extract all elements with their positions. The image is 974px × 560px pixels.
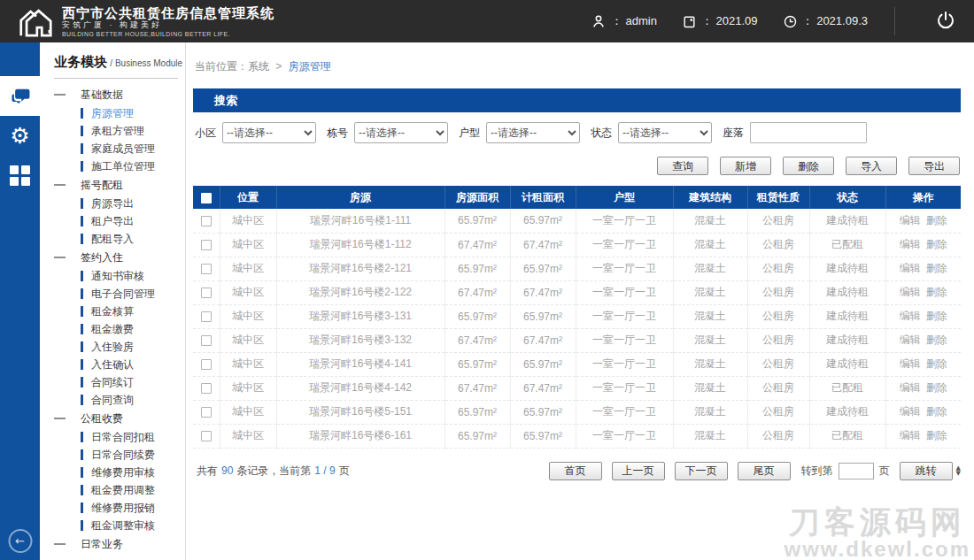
- edit-link[interactable]: 编辑: [900, 214, 921, 226]
- delete-link[interactable]: 删除: [926, 334, 947, 346]
- page-spinner[interactable]: ▲ ▼: [956, 465, 961, 476]
- collapse-sidebar-button[interactable]: ←: [8, 529, 32, 553]
- collapse-dash-icon: [54, 418, 66, 419]
- breadcrumb-current-link[interactable]: 房源管理: [289, 60, 331, 73]
- edit-link[interactable]: 编辑: [900, 381, 921, 394]
- sidebar-item[interactable]: 合同查询: [81, 391, 185, 409]
- delete-link[interactable]: 删除: [926, 286, 947, 298]
- filter-select-building-no[interactable]: --请选择--: [354, 122, 448, 143]
- sidebar-item[interactable]: 租金核算: [81, 303, 185, 320]
- edit-link[interactable]: 编辑: [900, 405, 921, 418]
- edit-link[interactable]: 编辑: [900, 310, 921, 322]
- delete-link[interactable]: 删除: [926, 429, 947, 441]
- rail-item-apps[interactable]: [0, 156, 40, 196]
- filter-select-community[interactable]: --请选择--: [222, 122, 316, 143]
- header-info-text: ： 2021.09: [701, 13, 758, 29]
- delete-link[interactable]: 删除: [926, 238, 947, 250]
- row-checkbox[interactable]: [201, 335, 212, 346]
- menu-section[interactable]: 公租收费: [54, 409, 185, 428]
- filter-input-address[interactable]: [750, 122, 867, 143]
- delete-link[interactable]: 删除: [926, 262, 947, 274]
- sidebar-item[interactable]: 租户导出: [81, 212, 185, 230]
- delete-link[interactable]: 删除: [926, 381, 947, 394]
- next-page-button[interactable]: 下一页: [675, 462, 728, 480]
- column-header: 状态: [809, 186, 885, 209]
- column-header: 操作: [885, 186, 961, 209]
- sidebar-item[interactable]: 家庭成员管理: [81, 140, 185, 157]
- sidebar-item[interactable]: 施工单位管理: [81, 157, 185, 175]
- row-checkbox[interactable]: [201, 288, 212, 298]
- watermark-line2: www.dkewl.com: [785, 538, 971, 560]
- row-checkbox[interactable]: [201, 264, 212, 274]
- filter-select-house-type[interactable]: --请选择--: [486, 122, 580, 143]
- row-checkbox[interactable]: [201, 216, 212, 226]
- table-cell: 瑞景河畔16号楼4-142: [276, 376, 444, 400]
- sidebar-item[interactable]: 房源管理: [81, 104, 185, 122]
- menu-section[interactable]: 日常业务: [54, 534, 185, 554]
- select-all-checkbox[interactable]: [201, 193, 212, 203]
- edit-link[interactable]: 编辑: [900, 262, 921, 274]
- sidebar-item[interactable]: 日常合同扣租: [81, 428, 185, 446]
- delete-link[interactable]: 删除: [926, 357, 947, 370]
- sidebar-item[interactable]: 电子合同管理: [81, 285, 185, 303]
- rail-item-gear[interactable]: ⚙: [0, 116, 40, 156]
- last-page-button[interactable]: 尾页: [738, 462, 791, 480]
- menu-section[interactable]: 摇号配租: [54, 175, 185, 195]
- edit-link[interactable]: 编辑: [900, 429, 921, 441]
- edit-link[interactable]: 编辑: [900, 357, 921, 370]
- sidebar-item[interactable]: 合同续订: [81, 373, 185, 391]
- sidebar-item[interactable]: 维修费用报销: [81, 499, 185, 517]
- jump-button[interactable]: 跳转: [900, 462, 953, 480]
- menu-section-label-text: 基础数据: [81, 88, 123, 103]
- goto-page-input[interactable]: [839, 463, 874, 479]
- sidebar-item[interactable]: 房源导出: [81, 195, 185, 212]
- item-bar-icon: [81, 467, 83, 478]
- menu-section[interactable]: 签约入住: [54, 248, 185, 267]
- prev-page-button[interactable]: 上一页: [612, 462, 665, 480]
- spinner-down-icon[interactable]: ▼: [956, 471, 961, 476]
- row-checkbox[interactable]: [201, 407, 212, 418]
- sidebar-item[interactable]: 通知书审核: [81, 267, 185, 285]
- row-checkbox[interactable]: [201, 311, 212, 322]
- sidebar-item[interactable]: 租金费用调整: [81, 481, 185, 499]
- first-page-button[interactable]: 首页: [549, 462, 602, 480]
- table-cell: 67.47m²: [444, 328, 510, 352]
- row-checkbox[interactable]: [201, 359, 212, 370]
- delete-button[interactable]: 删除: [783, 157, 834, 175]
- edit-link[interactable]: 编辑: [900, 238, 921, 250]
- delete-link[interactable]: 删除: [926, 214, 947, 226]
- table-cell: 瑞景河畔16号楼3-131: [276, 304, 444, 328]
- item-bar-icon: [81, 216, 83, 226]
- row-checkbox[interactable]: [201, 383, 212, 394]
- sidebar-item[interactable]: 租金调整审核: [81, 517, 185, 534]
- row-checkbox[interactable]: [201, 431, 212, 441]
- sidebar-item[interactable]: 日常合同续费: [81, 446, 185, 464]
- rail-item-comments[interactable]: [0, 76, 40, 116]
- row-checkbox[interactable]: [201, 240, 212, 250]
- export-button[interactable]: 导出: [908, 157, 960, 175]
- delete-link[interactable]: 删除: [926, 310, 947, 322]
- table-cell: 65.97m²: [444, 424, 510, 448]
- filter-label-address: 座落: [723, 126, 744, 141]
- sidebar-item[interactable]: 维修费用审核: [81, 464, 185, 481]
- delete-link[interactable]: 删除: [926, 405, 947, 418]
- logout-power-button[interactable]: [935, 10, 956, 34]
- filter-select-status[interactable]: --请选择--: [618, 122, 712, 143]
- sidebar-item-label: 施工单位管理: [91, 159, 155, 174]
- table-cell: 建成待租: [809, 400, 885, 424]
- edit-link[interactable]: 编辑: [900, 286, 921, 298]
- add-button[interactable]: 新增: [720, 157, 771, 175]
- table-cell: 公租房: [747, 280, 809, 304]
- summary-mid: 条记录，当前第: [236, 464, 311, 479]
- menu-section[interactable]: 基础数据: [54, 85, 185, 104]
- sidebar-item[interactable]: 承租方管理: [81, 122, 185, 140]
- sidebar-item[interactable]: 配租导入: [81, 230, 185, 248]
- sidebar-item[interactable]: 租金缴费: [81, 320, 185, 338]
- table-cell: 建成待租: [809, 209, 885, 233]
- table-cell: 65.97m²: [510, 304, 576, 328]
- import-button[interactable]: 导入: [846, 157, 897, 175]
- sidebar-item[interactable]: 入住验房: [81, 338, 185, 356]
- sidebar-item[interactable]: 入住确认: [81, 356, 185, 373]
- edit-link[interactable]: 编辑: [900, 334, 921, 346]
- query-button[interactable]: 查询: [657, 157, 708, 175]
